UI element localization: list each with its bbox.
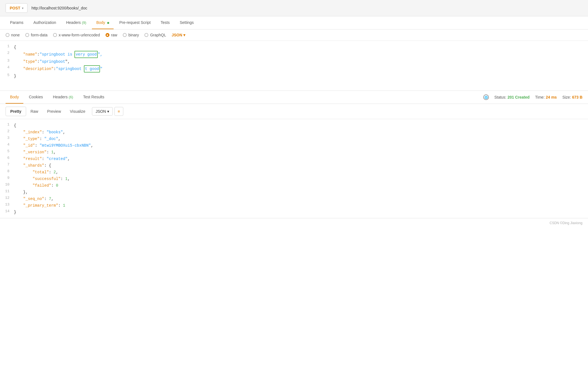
resp-line-13: 13 "_primary_term": 1	[0, 202, 588, 209]
resp-line-1: 1 {	[0, 122, 588, 129]
req-line-3: 3 "type":"springboot",	[0, 58, 588, 65]
radio-raw	[106, 33, 109, 37]
request-code-area[interactable]: 1 { 2 "name":"springboot is very good", …	[0, 41, 588, 91]
resp-line-5: 5 "_version": 1,	[0, 149, 588, 155]
radio-none	[6, 33, 9, 37]
highlight-t-good: t good	[84, 65, 100, 72]
req-line-2: 2 "name":"springboot is very good",	[0, 50, 588, 58]
highlight-very-good: very good	[74, 51, 98, 58]
option-graphql[interactable]: GraphQL	[144, 33, 166, 37]
size-value: 673 B	[572, 95, 582, 99]
wrap-button[interactable]: ≡	[114, 107, 123, 116]
resp-line-10: 10 "failed": 0	[0, 182, 588, 189]
tab-params[interactable]: Params	[6, 16, 28, 29]
radio-form-data	[25, 33, 29, 37]
method-label: POST	[10, 6, 20, 10]
tab-prerequest[interactable]: Pre-request Script	[115, 16, 155, 29]
pretty-tab-preview[interactable]: Preview	[43, 107, 66, 116]
resp-line-4: 4 "_id": "mtwi9YMBOXui5-cbxNBN",	[0, 142, 588, 149]
pretty-tab-pretty[interactable]: Pretty	[6, 107, 26, 116]
option-form-data[interactable]: form-data	[25, 33, 47, 37]
tab-authorization[interactable]: Authorization	[29, 16, 61, 29]
resp-tab-body[interactable]: Body	[6, 91, 23, 104]
radio-binary	[123, 33, 127, 37]
option-x-www[interactable]: x-www-form-urlencoded	[53, 33, 100, 37]
resp-line-11: 11 },	[0, 189, 588, 195]
resp-tab-test-results[interactable]: Test Results	[79, 91, 109, 104]
response-code-area: 1 { 2 "_index": "books", 3 "_type": "_do…	[0, 119, 588, 218]
tab-tests[interactable]: Tests	[156, 16, 174, 29]
tab-body[interactable]: Body	[92, 16, 114, 29]
body-options: none form-data x-www-form-urlencoded raw…	[0, 29, 588, 41]
time-label: Time: 24 ms	[535, 95, 557, 99]
json-format-btn[interactable]: JSON ▾	[92, 107, 112, 116]
option-raw[interactable]: raw	[106, 33, 117, 37]
request-tabs: Params Authorization Headers (9) Body Pr…	[0, 16, 588, 29]
json-format-dropdown[interactable]: JSON ▾	[172, 33, 185, 37]
url-input[interactable]	[30, 5, 582, 11]
resp-line-14: 14 }	[0, 209, 588, 215]
req-line-4: 4 "description":"springboot t good"	[0, 65, 588, 72]
resp-line-9: 9 "successful": 1,	[0, 175, 588, 182]
response-tabs: Body Cookies Headers (6) Test Results 🌐 …	[0, 91, 588, 104]
resp-line-6: 6 "result": "created",	[0, 155, 588, 162]
pretty-tabs: Pretty Raw Preview Visualize JSON ▾ ≡	[0, 104, 588, 119]
resp-tab-cookies[interactable]: Cookies	[24, 91, 47, 104]
radio-x-www	[53, 33, 57, 37]
globe-icon: 🌐	[483, 94, 489, 100]
time-value: 24 ms	[546, 95, 557, 99]
radio-graphql	[144, 33, 148, 37]
status-label: Status: 201 Created	[494, 95, 530, 99]
resp-line-3: 3 "_type": "_doc",	[0, 135, 588, 142]
req-line-5: 5 }	[0, 72, 588, 79]
pretty-tab-raw[interactable]: Raw	[26, 107, 43, 116]
body-active-dot	[107, 22, 109, 24]
resp-line-7: 7 "_shards": {	[0, 162, 588, 169]
resp-tab-headers[interactable]: Headers (6)	[49, 91, 78, 104]
tab-settings[interactable]: Settings	[175, 16, 198, 29]
req-line-1: 1 {	[0, 44, 588, 50]
resp-line-8: 8 "total": 2,	[0, 169, 588, 175]
url-bar: POST ▾	[0, 0, 588, 16]
tab-headers[interactable]: Headers (9)	[62, 16, 91, 29]
pretty-tab-visualize[interactable]: Visualize	[66, 107, 90, 116]
option-none[interactable]: none	[6, 33, 20, 37]
resp-line-2: 2 "_index": "books",	[0, 129, 588, 135]
resp-line-12: 12 "_seq_no": 7,	[0, 195, 588, 202]
response-status-bar: 🌐 Status: 201 Created Time: 24 ms Size: …	[483, 94, 582, 100]
method-selector[interactable]: POST ▾	[6, 3, 27, 13]
option-binary[interactable]: binary	[123, 33, 139, 37]
method-chevron: ▾	[22, 7, 23, 10]
status-value: 201 Created	[507, 95, 529, 99]
size-label: Size: 673 B	[562, 95, 582, 99]
footer: CSDN ©Ding Jiaxiong	[0, 218, 588, 228]
